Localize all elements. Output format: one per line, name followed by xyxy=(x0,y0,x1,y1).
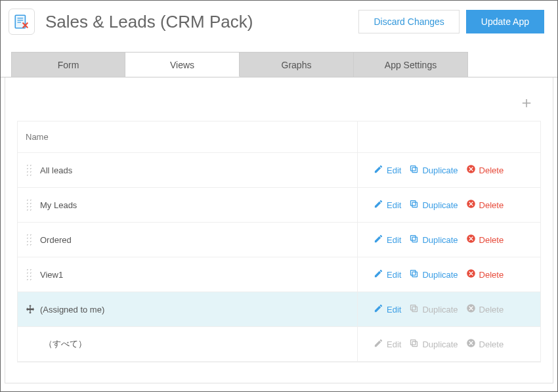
delete-label: Delete xyxy=(479,339,504,349)
view-name-cell[interactable]: View1 xyxy=(18,257,358,292)
svg-rect-11 xyxy=(411,271,416,276)
svg-rect-8 xyxy=(411,236,416,241)
app-icon xyxy=(9,9,35,35)
drag-handle-icon[interactable] xyxy=(26,268,33,281)
pencil-icon xyxy=(374,234,383,246)
delete-label: Delete xyxy=(479,305,504,315)
drag-handle-icon[interactable] xyxy=(26,198,33,211)
tab-bar: FormViewsGraphsApp Settings xyxy=(11,52,547,77)
edit-action[interactable]: Edit xyxy=(374,199,401,211)
svg-rect-14 xyxy=(411,305,416,311)
view-name-label: (Assigned to me) xyxy=(40,305,104,315)
drag-handle-icon[interactable] xyxy=(26,163,33,177)
pencil-icon xyxy=(374,338,383,350)
delete-label: Delete xyxy=(479,235,504,245)
edit-action[interactable]: Edit xyxy=(374,269,401,280)
view-row: (Assigned to me)EditDuplicateDelete xyxy=(18,292,540,327)
view-row: My LeadsEditDuplicateDelete xyxy=(18,188,540,223)
delete-action[interactable]: Delete xyxy=(466,199,504,211)
move-cursor-icon[interactable] xyxy=(24,303,36,315)
add-view-icon[interactable]: ＋ xyxy=(519,95,534,110)
view-name-cell[interactable]: All leads xyxy=(18,153,358,187)
delete-action[interactable]: Delete xyxy=(466,164,504,176)
views-panel: ＋ Name All leadsEditDuplicateDeleteMy Le… xyxy=(5,77,553,383)
edit-label: Edit xyxy=(387,270,401,280)
duplicate-action: Duplicate xyxy=(409,338,458,350)
edit-label: Edit xyxy=(387,165,401,175)
duplicate-action: Duplicate xyxy=(409,303,458,315)
duplicate-label: Duplicate xyxy=(422,339,458,349)
duplicate-label: Duplicate xyxy=(422,305,458,315)
delete-label: Delete xyxy=(479,270,504,280)
actions-cell: EditDuplicateDelete xyxy=(358,223,540,257)
edit-label: Edit xyxy=(387,339,401,349)
duplicate-icon xyxy=(409,303,419,315)
view-name-cell[interactable]: （すべて） xyxy=(18,327,358,361)
actions-cell: EditDuplicateDelete xyxy=(358,188,540,222)
view-name-label: View1 xyxy=(40,270,63,280)
actions-cell: EditDuplicateDelete xyxy=(358,327,540,361)
delete-icon xyxy=(466,303,476,315)
discard-button[interactable]: Discard Changes xyxy=(358,10,459,33)
actions-cell: EditDuplicateDelete xyxy=(358,292,540,326)
duplicate-icon xyxy=(409,164,419,176)
view-row: All leadsEditDuplicateDelete xyxy=(18,153,540,188)
edit-action[interactable]: Edit xyxy=(374,164,401,176)
table-header-row: Name xyxy=(18,121,540,153)
edit-action[interactable]: Edit xyxy=(374,234,401,246)
delete-label: Delete xyxy=(479,165,504,175)
edit-label: Edit xyxy=(387,200,401,210)
duplicate-action[interactable]: Duplicate xyxy=(409,164,458,176)
tab-views[interactable]: Views xyxy=(125,52,240,77)
svg-rect-5 xyxy=(411,201,416,206)
edit-action[interactable]: Edit xyxy=(374,303,401,315)
edit-label: Edit xyxy=(387,235,401,245)
pencil-icon xyxy=(374,303,383,315)
duplicate-icon xyxy=(409,199,419,211)
view-name-label: （すべて） xyxy=(44,338,87,350)
delete-icon xyxy=(466,269,476,280)
svg-rect-10 xyxy=(412,272,418,277)
delete-icon xyxy=(466,199,476,211)
view-name-label: Ordered xyxy=(40,235,72,245)
tab-form[interactable]: Form xyxy=(11,52,125,77)
pencil-icon xyxy=(374,199,383,211)
duplicate-icon xyxy=(409,338,419,350)
pencil-icon xyxy=(374,269,383,280)
view-name-cell[interactable]: (Assigned to me) xyxy=(18,292,358,326)
svg-rect-4 xyxy=(412,202,418,207)
svg-rect-13 xyxy=(412,307,418,312)
duplicate-icon xyxy=(409,269,419,280)
view-row: View1EditDuplicateDelete xyxy=(18,257,540,292)
delete-label: Delete xyxy=(479,200,504,210)
delete-action[interactable]: Delete xyxy=(466,269,504,280)
view-row: （すべて）EditDuplicateDelete xyxy=(18,327,540,362)
pencil-icon xyxy=(374,164,383,176)
view-name-label: My Leads xyxy=(40,200,77,210)
svg-rect-2 xyxy=(411,166,416,171)
page-title: Sales & Leads (CRM Pack) xyxy=(45,12,348,32)
delete-action[interactable]: Delete xyxy=(466,234,504,246)
delete-icon xyxy=(466,338,476,350)
views-table: Name All leadsEditDuplicateDeleteMy Lead… xyxy=(17,121,541,362)
duplicate-action[interactable]: Duplicate xyxy=(409,234,458,246)
view-name-cell[interactable]: My Leads xyxy=(18,188,358,222)
svg-rect-7 xyxy=(412,237,418,242)
edit-label: Edit xyxy=(387,305,401,315)
svg-rect-17 xyxy=(411,340,416,345)
duplicate-label: Duplicate xyxy=(422,270,458,280)
tab-graphs[interactable]: Graphs xyxy=(240,52,354,77)
svg-rect-1 xyxy=(412,167,418,173)
actions-cell: EditDuplicateDelete xyxy=(358,153,540,187)
duplicate-icon xyxy=(409,234,419,246)
duplicate-action[interactable]: Duplicate xyxy=(409,269,458,280)
drag-handle-icon[interactable] xyxy=(26,233,33,246)
duplicate-action[interactable]: Duplicate xyxy=(409,199,458,211)
svg-rect-16 xyxy=(412,341,418,347)
tab-app-settings[interactable]: App Settings xyxy=(354,52,468,77)
view-row: OrderedEditDuplicateDelete xyxy=(18,223,540,257)
update-app-button[interactable]: Update App xyxy=(466,10,544,33)
app-header: Sales & Leads (CRM Pack) Discard Changes… xyxy=(1,1,557,40)
delete-icon xyxy=(466,164,476,176)
view-name-cell[interactable]: Ordered xyxy=(18,223,358,257)
